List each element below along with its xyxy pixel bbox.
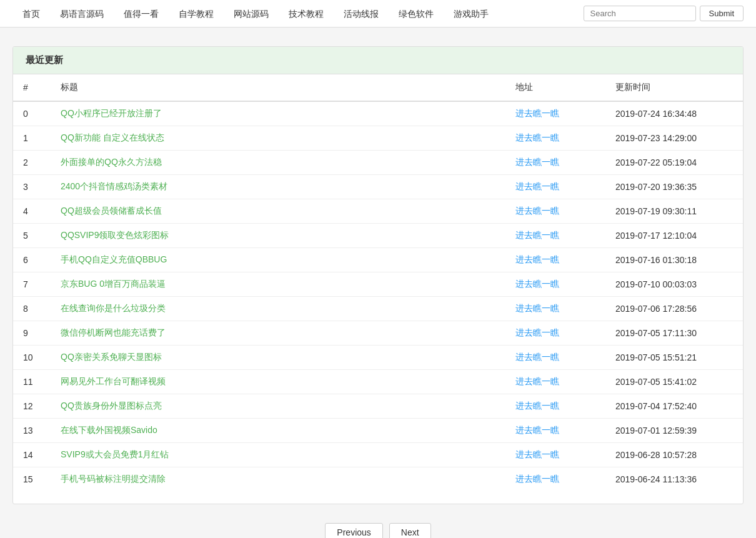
nav-item-yiyuyan[interactable]: 易语言源码 — [50, 0, 114, 27]
row-time: 2019-07-01 12:59:39 — [605, 419, 743, 443]
row-num: 2 — [13, 151, 51, 175]
addr-link[interactable]: 进去瞧一瞧 — [515, 327, 559, 337]
row-title: 在线查询你是什么垃圾分类 — [51, 297, 505, 321]
row-title: 手机QQ自定义充值QBBUG — [51, 248, 505, 272]
title-link[interactable]: 网易见外工作台可翻译视频 — [61, 376, 166, 386]
addr-link[interactable]: 进去瞧一瞧 — [515, 132, 559, 142]
search-input[interactable] — [584, 6, 696, 21]
row-num: 4 — [13, 199, 51, 224]
row-num: 11 — [13, 370, 51, 394]
row-title: SVIP9或大会员免费1月红钻 — [51, 443, 505, 467]
table-row: 0QQ小程序已经开放注册了进去瞧一瞧2019-07-24 16:34:48 — [13, 101, 743, 126]
row-addr: 进去瞧一瞧 — [505, 297, 605, 321]
nav-item-gamehelper[interactable]: 游戏助手 — [444, 0, 499, 27]
table-row: 9微信停机断网也能充话费了进去瞧一瞧2019-07-05 17:11:30 — [13, 321, 743, 346]
row-title: 在线下载外国视频Savido — [51, 419, 505, 443]
col-header-addr: 地址 — [505, 74, 605, 101]
row-title: QQ亲密关系免聊天显图标 — [51, 346, 505, 370]
row-title: 网易见外工作台可翻译视频 — [51, 370, 505, 394]
title-link[interactable]: QQ小程序已经开放注册了 — [61, 108, 162, 118]
row-time: 2019-07-10 00:03:03 — [605, 272, 743, 297]
row-addr: 进去瞧一瞧 — [505, 443, 605, 467]
row-num: 1 — [13, 126, 51, 151]
addr-link[interactable]: 进去瞧一瞧 — [515, 474, 559, 484]
row-time: 2019-07-05 15:41:02 — [605, 370, 743, 394]
table-row: 15手机号码被标注明提交清除进去瞧一瞧2019-06-24 11:13:36 — [13, 467, 743, 492]
title-link[interactable]: 在线下载外国视频Savido — [61, 425, 157, 435]
next-button[interactable]: Next — [389, 523, 431, 538]
nav-item-sitecode[interactable]: 网站源码 — [224, 0, 279, 27]
row-time: 2019-06-28 10:57:28 — [605, 443, 743, 467]
main-content: 最近更新 # 标题 地址 更新时间 0QQ小程序已经开放注册了进去瞧一瞧2019… — [12, 46, 744, 504]
row-addr: 进去瞧一瞧 — [505, 151, 605, 175]
row-num: 13 — [13, 419, 51, 443]
nav-item-activity[interactable]: 活动线报 — [334, 0, 389, 27]
table-row: 6手机QQ自定义充值QBBUG进去瞧一瞧2019-07-16 01:30:18 — [13, 248, 743, 272]
row-time: 2019-07-17 12:10:04 — [605, 224, 743, 248]
submit-button[interactable]: Submit — [700, 6, 744, 21]
row-title: QQ贵族身份外显图标点亮 — [51, 394, 505, 419]
addr-link[interactable]: 进去瞧一瞧 — [515, 303, 559, 313]
addr-link[interactable]: 进去瞧一瞧 — [515, 449, 559, 459]
addr-link[interactable]: 进去瞧一瞧 — [515, 230, 559, 240]
row-addr: 进去瞧一瞧 — [505, 321, 605, 346]
row-title: 手机号码被标注明提交清除 — [51, 467, 505, 492]
table-row: 1QQ新功能 自定义在线状态进去瞧一瞧2019-07-23 14:29:00 — [13, 126, 743, 151]
addr-link[interactable]: 进去瞧一瞧 — [515, 401, 559, 411]
row-addr: 进去瞧一瞧 — [505, 272, 605, 297]
addr-link[interactable]: 进去瞧一瞧 — [515, 376, 559, 386]
row-addr: 进去瞧一瞧 — [505, 248, 605, 272]
row-num: 10 — [13, 346, 51, 370]
addr-link[interactable]: 进去瞧一瞧 — [515, 254, 559, 264]
nav-item-techtutor[interactable]: 技术教程 — [279, 0, 334, 27]
title-link[interactable]: QQ亲密关系免聊天显图标 — [61, 352, 162, 362]
table-row: 10QQ亲密关系免聊天显图标进去瞧一瞧2019-07-05 15:51:21 — [13, 346, 743, 370]
row-time: 2019-07-19 09:30:11 — [605, 199, 743, 224]
table-row: 8在线查询你是什么垃圾分类进去瞧一瞧2019-07-06 17:28:56 — [13, 297, 743, 321]
row-title: 微信停机断网也能充话费了 — [51, 321, 505, 346]
addr-link[interactable]: 进去瞧一瞧 — [515, 181, 559, 191]
title-link[interactable]: QQSVIP9领取变色炫彩图标 — [61, 230, 169, 240]
updates-table: # 标题 地址 更新时间 0QQ小程序已经开放注册了进去瞧一瞧2019-07-2… — [13, 74, 743, 491]
previous-button[interactable]: Previous — [325, 523, 382, 538]
nav-item-tutorials[interactable]: 自学教程 — [169, 0, 224, 27]
table-row: 2外面接单的QQ永久方法稳进去瞧一瞧2019-07-22 05:19:04 — [13, 151, 743, 175]
title-link[interactable]: 京东BUG 0增百万商品装逼 — [61, 279, 166, 289]
title-link[interactable]: QQ新功能 自定义在线状态 — [61, 132, 164, 142]
pagination: Previous Next — [0, 523, 756, 538]
table-row: 11网易见外工作台可翻译视频进去瞧一瞧2019-07-05 15:41:02 — [13, 370, 743, 394]
addr-link[interactable]: 进去瞧一瞧 — [515, 108, 559, 118]
row-time: 2019-07-23 14:29:00 — [605, 126, 743, 151]
row-num: 14 — [13, 443, 51, 467]
title-link[interactable]: 手机号码被标注明提交清除 — [61, 474, 166, 484]
row-num: 6 — [13, 248, 51, 272]
row-addr: 进去瞧一瞧 — [505, 126, 605, 151]
addr-link[interactable]: 进去瞧一瞧 — [515, 279, 559, 289]
col-header-num: # — [13, 74, 51, 101]
title-link[interactable]: QQ贵族身份外显图标点亮 — [61, 401, 162, 411]
search-area: Submit — [584, 6, 744, 21]
title-link[interactable]: 外面接单的QQ永久方法稳 — [61, 157, 162, 167]
table-row: 12QQ贵族身份外显图标点亮进去瞧一瞧2019-07-04 17:52:40 — [13, 394, 743, 419]
addr-link[interactable]: 进去瞧一瞧 — [515, 157, 559, 167]
row-addr: 进去瞧一瞧 — [505, 346, 605, 370]
nav-item-worthsee[interactable]: 值得一看 — [114, 0, 169, 27]
row-addr: 进去瞧一瞧 — [505, 199, 605, 224]
title-link[interactable]: 微信停机断网也能充话费了 — [61, 327, 166, 337]
title-link[interactable]: 手机QQ自定义充值QBBUG — [61, 254, 167, 264]
addr-link[interactable]: 进去瞧一瞧 — [515, 206, 559, 216]
col-header-time: 更新时间 — [605, 74, 743, 101]
addr-link[interactable]: 进去瞧一瞧 — [515, 425, 559, 435]
nav-item-home[interactable]: 首页 — [12, 0, 50, 27]
title-link[interactable]: 在线查询你是什么垃圾分类 — [61, 303, 166, 313]
row-time: 2019-07-05 15:51:21 — [605, 346, 743, 370]
title-link[interactable]: 2400个抖音情感鸡汤类素材 — [61, 181, 167, 191]
addr-link[interactable]: 进去瞧一瞧 — [515, 352, 559, 362]
col-header-title: 标题 — [51, 74, 505, 101]
row-time: 2019-07-16 01:30:18 — [605, 248, 743, 272]
row-addr: 进去瞧一瞧 — [505, 175, 605, 199]
title-link[interactable]: SVIP9或大会员免费1月红钻 — [61, 449, 169, 459]
row-time: 2019-07-24 16:34:48 — [605, 101, 743, 126]
title-link[interactable]: QQ超级会员领储蓄成长值 — [61, 206, 162, 216]
nav-item-greensw[interactable]: 绿色软件 — [389, 0, 444, 27]
